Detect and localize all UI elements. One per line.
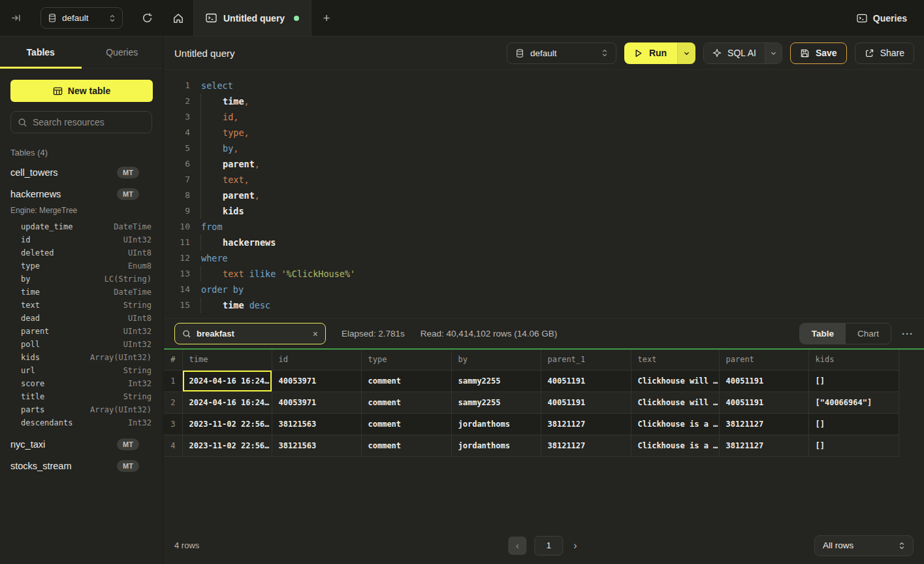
column-row-text[interactable]: textString (0, 299, 163, 312)
sql-ai-options-button[interactable] (765, 43, 782, 63)
new-table-button[interactable]: New table (10, 80, 153, 102)
code-line-9[interactable]: 9kids (174, 203, 924, 219)
column-row-poll[interactable]: pollUInt32 (0, 338, 163, 351)
column-row-time[interactable]: timeDateTime (0, 286, 163, 299)
code-line-12[interactable]: 12where (174, 250, 924, 266)
more-options-icon[interactable]: ··· (902, 328, 914, 339)
cell-type[interactable]: comment (361, 435, 451, 456)
cell-id[interactable]: 38121563 (272, 435, 361, 456)
cell-type[interactable]: comment (361, 391, 451, 413)
database-selector-query[interactable]: default (507, 42, 616, 64)
cell-kids[interactable]: [] (808, 435, 899, 456)
col-header-kids[interactable]: kids (808, 350, 899, 370)
column-row-id[interactable]: idUInt32 (0, 233, 163, 246)
table-item-nyc_taxi[interactable]: nyc_taxiMT (0, 433, 163, 455)
tab-untitled-query[interactable]: Untitled query (193, 0, 311, 36)
resource-search-input[interactable] (33, 117, 145, 127)
row-index[interactable]: 4 (164, 435, 182, 456)
column-row-type[interactable]: typeEnum8 (0, 259, 163, 273)
code-line-5[interactable]: 5by, (174, 141, 924, 156)
cell-kids[interactable]: ["40066964"] (808, 391, 899, 413)
col-header-index[interactable]: # (164, 350, 182, 370)
sql-ai-button[interactable]: SQL AI (704, 43, 765, 63)
code-line-2[interactable]: 2time, (174, 93, 924, 109)
cell-id[interactable]: 40053971 (272, 391, 361, 413)
col-header-parent[interactable]: parent (719, 350, 808, 370)
code-line-7[interactable]: 7text, (174, 172, 924, 188)
code-line-15[interactable]: 15time desc (174, 297, 924, 313)
cell-kids[interactable]: [] (808, 413, 899, 435)
column-row-parts[interactable]: partsArray(UInt32) (0, 403, 163, 416)
col-header-id[interactable]: id (272, 350, 361, 370)
cell-id[interactable]: 40053971 (272, 370, 361, 391)
database-selector-top[interactable]: default (40, 7, 123, 29)
col-header-text[interactable]: text (631, 350, 719, 370)
column-row-descendants[interactable]: descendantsInt32 (0, 416, 163, 429)
col-header-time[interactable]: time (182, 350, 272, 370)
cell-id[interactable]: 38121563 (272, 413, 361, 435)
cell-parent[interactable]: 40051191 (719, 391, 808, 413)
code-line-6[interactable]: 6parent, (174, 156, 924, 172)
cell-time[interactable]: 2024-04-16 16:24… (182, 391, 272, 413)
code-line-8[interactable]: 8parent, (174, 188, 924, 203)
table-item-cell_towers[interactable]: cell_towersMT (0, 161, 163, 183)
cell-time[interactable]: 2023-11-02 22:56… (182, 413, 272, 435)
collapse-sidebar-icon[interactable] (10, 12, 22, 24)
sidebar-search[interactable] (10, 111, 152, 133)
cell-type[interactable]: comment (361, 413, 451, 435)
cell-parent_1[interactable]: 38121127 (541, 413, 631, 435)
code-line-1[interactable]: 1select (174, 78, 924, 93)
run-button[interactable]: Run (624, 42, 677, 64)
column-row-kids[interactable]: kidsArray(UInt32) (0, 351, 163, 364)
share-button[interactable]: Share (855, 42, 914, 64)
table-item-stocks_stream[interactable]: stocks_streamMT (0, 455, 163, 476)
sql-editor[interactable]: 1select2time,3id,4type,5by,6parent,7text… (164, 70, 924, 318)
col-header-parent_1[interactable]: parent_1 (541, 350, 631, 370)
code-line-4[interactable]: 4type, (174, 125, 924, 141)
view-toggle-table[interactable]: Table (800, 323, 846, 344)
column-row-score[interactable]: scoreInt32 (0, 377, 163, 390)
column-row-update_time[interactable]: update_timeDateTime (0, 220, 163, 233)
prev-page-button[interactable]: ‹ (508, 537, 526, 555)
results-search[interactable]: × (174, 323, 326, 344)
cell-time[interactable]: 2023-11-02 22:56… (182, 435, 272, 456)
cell-time[interactable]: 2024-04-16 16:24… (182, 370, 272, 391)
sidebar-tab-tables[interactable]: Tables (0, 37, 82, 68)
home-button[interactable] (163, 0, 193, 36)
cell-by[interactable]: jordanthoms (451, 435, 541, 456)
save-button[interactable]: Save (790, 42, 847, 64)
cell-parent[interactable]: 40051191 (719, 370, 808, 391)
results-search-input[interactable] (197, 329, 308, 339)
run-options-button[interactable] (677, 42, 695, 64)
cell-kids[interactable]: [] (808, 370, 899, 391)
row-index[interactable]: 2 (164, 391, 182, 413)
col-header-by[interactable]: by (451, 350, 541, 370)
cell-parent[interactable]: 38121127 (719, 413, 808, 435)
column-row-by[interactable]: byLC(String) (0, 273, 163, 286)
cell-by[interactable]: jordanthoms (451, 413, 541, 435)
cell-text[interactable]: Clickhouse is a … (631, 413, 719, 435)
column-row-parent[interactable]: parentUInt32 (0, 325, 163, 338)
new-tab-button[interactable]: + (311, 0, 342, 36)
code-line-13[interactable]: 13text ilike '%ClickHouse%' (174, 266, 924, 282)
code-line-10[interactable]: 10from (174, 219, 924, 235)
row-index[interactable]: 3 (164, 413, 182, 435)
sidebar-tab-queries[interactable]: Queries (82, 37, 163, 68)
code-line-11[interactable]: 11hackernews (174, 235, 924, 250)
view-toggle-chart[interactable]: Chart (846, 323, 891, 344)
queries-link[interactable]: Queries (857, 0, 924, 36)
col-header-type[interactable]: type (361, 350, 451, 370)
cell-text[interactable]: Clickhouse will … (631, 370, 719, 391)
column-row-deleted[interactable]: deletedUInt8 (0, 246, 163, 259)
column-row-url[interactable]: urlString (0, 364, 163, 377)
column-row-title[interactable]: titleString (0, 390, 163, 403)
refresh-icon[interactable] (142, 12, 153, 24)
code-line-14[interactable]: 14order by (174, 282, 924, 297)
row-index[interactable]: 1 (164, 370, 182, 391)
code-line-3[interactable]: 3id, (174, 109, 924, 125)
column-row-dead[interactable]: deadUInt8 (0, 312, 163, 325)
page-number-input[interactable]: 1 (534, 536, 563, 556)
cell-text[interactable]: Clickhouse will … (631, 391, 719, 413)
cell-parent_1[interactable]: 40051191 (541, 370, 631, 391)
next-page-button[interactable]: › (571, 540, 579, 552)
